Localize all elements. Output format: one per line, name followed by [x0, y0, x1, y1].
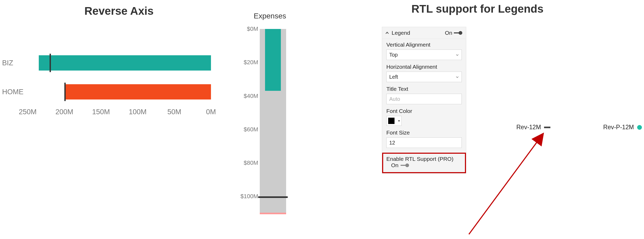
hbar-row-home: HOME [0, 84, 216, 99]
vchart-tick: $0M [247, 26, 258, 32]
title-text-input[interactable]: Auto [386, 94, 462, 104]
toggle-state-label: On [445, 30, 452, 36]
rtl-support-label: Enable RTL Support (PRO) [386, 156, 462, 162]
hbar-label-biz: BIZ [0, 59, 25, 67]
section-title-reverse-axis: Reverse Axis [84, 5, 153, 17]
chevron-down-icon [456, 52, 459, 58]
panel-header-legend[interactable]: Legend On [382, 27, 466, 39]
legend-item-label: Rev-12M [516, 124, 541, 131]
font-size-label: Font Size [386, 130, 462, 136]
chevron-down-icon [456, 74, 459, 80]
vchart-tick: $20M [244, 59, 258, 66]
vchart-target-marker [258, 196, 288, 198]
hbar-bar-biz [39, 55, 211, 71]
legend-item-label: Rev-P-12M [603, 124, 634, 131]
horizontal-alignment-value: Left [389, 74, 398, 80]
legend-dash-icon [544, 127, 550, 128]
hbar-tick: 150M [92, 108, 110, 116]
hbar-marker-home [64, 83, 66, 101]
font-size-value: 12 [389, 140, 395, 146]
hbar-tick: 50M [167, 108, 181, 116]
hbar-marker-biz [50, 54, 51, 72]
vchart-tick: $100M [241, 193, 258, 200]
title-text-placeholder: Auto [389, 96, 400, 102]
panel-header-label: Legend [392, 30, 410, 36]
hbar-tick: 100M [129, 108, 147, 116]
vertical-alignment-select[interactable]: Top [386, 49, 462, 60]
vchart-tick: $40M [244, 93, 258, 99]
vertical-alignment-label: Vertical Alignment [386, 42, 462, 48]
legend-preview: Rev-12M Rev-P-12M [516, 124, 642, 131]
horizontal-alignment-label: Horizontal Alignment [386, 64, 462, 70]
section-title-rtl-legends: RTL support for Legends [411, 3, 544, 15]
caret-down-icon: ▾ [398, 119, 400, 123]
hbar-bar-home [64, 84, 211, 99]
vertical-alignment-value: Top [389, 52, 398, 58]
title-text-label: Title Text [386, 86, 462, 92]
svg-line-0 [469, 134, 543, 234]
font-color-label: Font Color [386, 108, 462, 114]
hbar-row-biz: BIZ [0, 55, 216, 71]
expenses-chart: $0M $20M $40M $60M $80M $100M [237, 29, 295, 218]
font-size-input[interactable]: 12 [386, 137, 462, 148]
font-color-swatch [388, 118, 395, 124]
legend-dot-icon [637, 125, 642, 130]
hbar-label-home: HOME [0, 88, 25, 96]
hbar-tick: 250M [19, 108, 37, 116]
chevron-up-icon [385, 30, 389, 36]
rtl-support-toggle[interactable] [401, 165, 408, 166]
rtl-toggle-state-label: On [391, 162, 398, 168]
hbar-tick: 200M [55, 108, 73, 116]
vchart-tick: $60M [244, 126, 258, 133]
vchart-actual-bar [265, 29, 281, 91]
vchart-axis: $0M $20M $40M $60M $80M $100M [237, 29, 260, 213]
hbar-tick: 0M [206, 108, 216, 116]
legend-item-rev12m: Rev-12M [516, 124, 550, 131]
hbar-axis: 250M 200M 150M 100M 50M 0M [28, 108, 211, 118]
legend-properties-panel: Legend On Vertical Alignment Top Horizon… [382, 27, 466, 173]
legend-toggle[interactable]: On [445, 30, 462, 36]
rtl-support-highlight-box: Enable RTL Support (PRO) On [382, 153, 466, 173]
reverse-axis-chart: BIZ HOME 250M 200M 150M 100M 50M 0M [0, 42, 216, 126]
legend-item-revp12m: Rev-P-12M [603, 124, 642, 131]
vchart-limit-line [260, 213, 286, 214]
font-color-picker[interactable]: ▾ [386, 116, 402, 126]
expenses-chart-title: Expenses [254, 12, 286, 20]
vchart-tick: $80M [244, 160, 258, 166]
annotation-arrow [466, 132, 545, 237]
horizontal-alignment-select[interactable]: Left [386, 72, 462, 82]
vchart-bar-area [260, 29, 286, 213]
